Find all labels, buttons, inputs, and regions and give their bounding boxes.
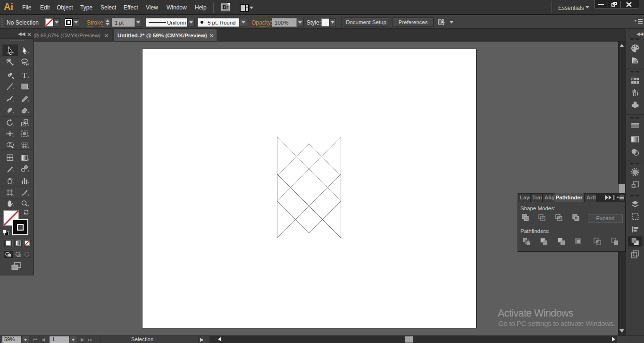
svg-text:T: T: [22, 71, 27, 79]
